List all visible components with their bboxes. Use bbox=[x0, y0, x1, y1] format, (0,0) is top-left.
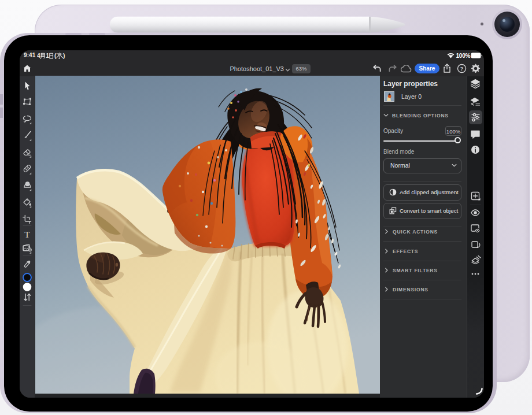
svg-text:): ) bbox=[63, 52, 65, 59]
svg-text:100%: 100% bbox=[456, 53, 471, 59]
svg-text:?: ? bbox=[460, 65, 464, 72]
svg-text:(: ( bbox=[54, 52, 57, 59]
svg-text:T: T bbox=[24, 229, 30, 239]
svg-text:1: 1 bbox=[46, 53, 49, 59]
svg-text:4: 4 bbox=[37, 53, 40, 59]
